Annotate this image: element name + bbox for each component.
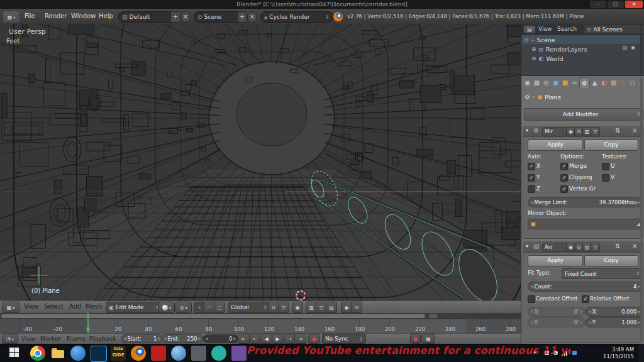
taskbar-adagide-icon[interactable]: Ada GIDE [111,346,126,361]
taskbar-acrobat-icon[interactable] [151,346,166,361]
record-button[interactable]: ● [308,334,320,344]
taskbar-chrome-icon[interactable] [30,346,45,361]
tab-world[interactable]: ● [551,77,560,88]
arrow-left-icon[interactable]: ◂ [124,336,126,341]
taskbar-blender-icon[interactable] [131,346,146,361]
viewport-3d[interactable]: User PerspFeet(0) Plane [0,24,521,300]
prev-keyframe-button[interactable]: ⇠ [249,334,261,344]
arrow-left-icon[interactable]: ◂ [531,320,533,325]
mirror-move-updown-icon[interactable]: ⇅ [615,127,620,134]
arrow-left-icon[interactable]: ◂ [206,336,208,341]
camera-toggle-icon[interactable]: ◉ [631,45,635,50]
mirror-delete-icon[interactable]: × [632,127,637,134]
relative-offset-checkbox[interactable]: ✓ [582,295,589,303]
timeline-menu-frame[interactable]: Frame [65,333,87,344]
close-button[interactable]: × [625,1,643,8]
collapse-icon[interactable]: ▾ [526,243,528,249]
outliner-row-scene[interactable]: ⊖ ∴ Scene [524,35,555,44]
disclosure-icon[interactable]: ⊕ [531,55,536,62]
transform-orientation-selector[interactable]: Global ⇕ [228,302,270,313]
mirror-axis-z-checkbox[interactable] [528,185,535,193]
mirror-merge-checkbox[interactable]: ✓ [560,163,568,170]
outliner-row-world[interactable]: ⊕ ◐ World [531,54,564,63]
viewport-shading-button[interactable]: ▾ [158,302,175,313]
taskbar-photoshop-icon[interactable] [91,346,107,362]
snap-element-button[interactable]: ▽ [278,302,289,313]
add-scene-button[interactable]: + [237,11,247,23]
add-layout-button[interactable]: + [170,11,180,23]
pivot-point-button[interactable]: ◎ ▾ [175,302,192,313]
mirror-texture-u-checkbox[interactable] [602,163,609,170]
current-frame-indicator[interactable] [87,313,89,333]
edge-select-button[interactable]: ▤ [326,302,337,313]
mirror-axis-x-checkbox[interactable]: ✓ [528,163,535,170]
constant-offset-checkbox[interactable] [528,295,535,303]
timeline-menu-view[interactable]: View [20,333,37,344]
manipulator-scale-button[interactable]: □ [214,302,225,313]
arrow-left-icon[interactable]: ◂ [531,200,533,205]
taskbar-skype-icon[interactable] [211,346,226,361]
arrow-left-icon[interactable]: ◂ [589,309,591,314]
mode-selector[interactable]: ▣ Edit Mode ⇕ [106,302,162,313]
arrow-right-icon[interactable]: ▸ [580,309,582,314]
taskbar-clock[interactable]: 3:49 AM 11/15/2015 [590,346,634,360]
viewport-menu-add[interactable]: Add [68,300,82,313]
render-opengl-button[interactable]: ⊙ [351,302,362,313]
next-keyframe-button[interactable]: ⇢ [283,334,295,344]
screen-layout-selector[interactable]: ▤ Default [118,11,176,23]
tab-object[interactable]: ■ [560,77,570,88]
render-engine-selector[interactable]: ● Cycles Render ⇕ [260,11,333,23]
tab-texture[interactable]: ▩ [609,77,618,88]
mirror-axis-y-checkbox[interactable]: ✓ [528,174,535,182]
delete-layout-button[interactable]: × [180,11,191,23]
play-reverse-button[interactable]: ◀ [260,334,272,344]
renderlayer-toggle-icon[interactable]: ▤ [623,45,628,50]
constant-offset-x-field[interactable]: ◂ X: 0' ▸ [528,307,586,317]
arrow-right-icon[interactable]: ▸ [233,336,236,341]
keying-set-record-button[interactable]: ● [410,334,421,344]
taskbar-browser-icon[interactable] [171,346,186,361]
tab-physics[interactable]: ○ [628,77,637,88]
tab-object-data[interactable]: ▲ [590,77,599,88]
arrow-right-icon[interactable]: ▸ [580,320,582,325]
taskbar-app2-icon[interactable] [231,346,247,361]
outliner-menu-view[interactable]: View [538,24,552,34]
viewport-editor-type-button[interactable]: ▦▾ [2,302,19,313]
viewport-menu-mesh[interactable]: Mesh [84,300,103,313]
timeline-scrollbar-thumb[interactable] [1,314,425,318]
tab-particles[interactable]: ∴ [618,77,628,88]
delete-scene-button[interactable]: × [247,11,257,23]
jump-to-start-button[interactable]: ⇤ [238,334,250,344]
jump-to-end-button[interactable]: ⇥ [294,334,306,344]
array-move-updown-icon[interactable]: ⇅ [615,243,620,250]
relative-offset-x-field[interactable]: ◂ X: 0.000 ▸ [586,307,643,317]
outliner-row-renderlayers[interactable]: ⊕ ▤ RenderLayers [531,45,587,53]
tab-modifiers[interactable]: ⚙ [579,77,590,89]
mirror-texture-v-checkbox[interactable] [602,174,609,182]
mirror-object-field[interactable]: ■ ◢ [528,219,643,229]
menu-file[interactable]: File [23,9,37,24]
mirror-vertex-groups-checkbox[interactable]: ✓ [560,185,568,193]
outliner-scrollbar[interactable] [640,25,643,74]
disclosure-icon[interactable]: ⊖ [524,36,529,43]
disclosure-icon[interactable]: ⊕ [531,46,536,52]
timeline-menu-marker[interactable]: Marker [39,333,62,344]
arrow-right-icon[interactable]: ▸ [198,336,201,341]
menu-render[interactable]: Render [43,9,69,24]
array-cage-toggle[interactable]: ▽ [591,243,600,252]
relative-offset-y-field[interactable]: ◂ Y: 1.000 ▸ [586,317,643,327]
mirror-copy-button[interactable]: Copy [584,140,638,151]
timeline-menu-playback[interactable]: Playback [88,333,117,344]
mirror-name-field[interactable]: Mir [542,127,567,136]
viewport-menu-view[interactable]: View [23,300,40,313]
arrow-left-icon[interactable]: ◂ [531,284,533,289]
tab-constraints[interactable]: ∞ [570,77,579,88]
collapse-icon[interactable]: ▾ [526,128,528,133]
sync-mode-selector[interactable]: No Sync ⇕ [322,334,366,344]
info-editor-type-button[interactable]: ▦▾ [3,11,20,23]
viewport-canvas[interactable]: User PerspFeet(0) Plane [0,24,521,300]
frame-start-field[interactable]: ◂ Start: 1 ▸ [121,334,164,343]
keying-set-button[interactable]: ▦ [421,334,435,344]
constant-offset-y-field[interactable]: ◂ Y: 0' ▸ [528,317,586,327]
minimize-button[interactable]: – [590,1,606,8]
